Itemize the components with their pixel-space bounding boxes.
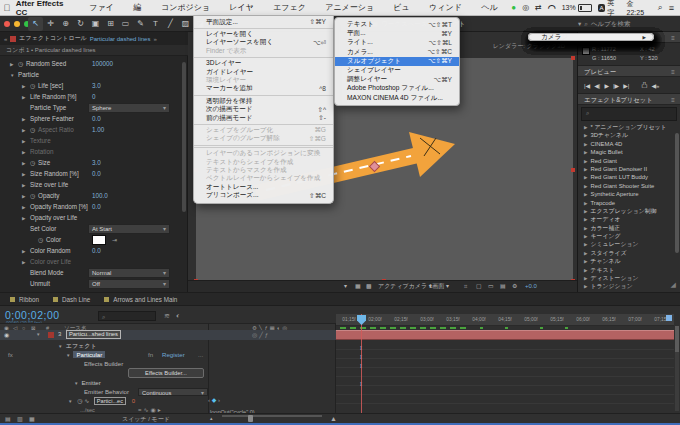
layer-color-swatch[interactable] xyxy=(48,332,54,338)
zoom-in-icon[interactable] xyxy=(330,415,337,422)
play-button[interactable] xyxy=(604,82,609,89)
audio-toggle-button[interactable] xyxy=(651,82,659,89)
camera-view-dropdown[interactable]: アクティブカメラ ▾ xyxy=(378,281,432,292)
menu-item[interactable]: 前の描画モード ⇧- ▶ xyxy=(194,114,333,122)
timeline-zoom-track[interactable] xyxy=(222,415,322,417)
settings-status-icon[interactable] xyxy=(522,3,529,12)
twirl-icon[interactable] xyxy=(22,148,30,155)
property-value[interactable]: 3.0 xyxy=(92,82,101,89)
twirl-icon[interactable] xyxy=(22,203,30,210)
layer-switches[interactable]: ◎╱ƒ xyxy=(252,331,270,338)
timeline-scrollbar[interactable] xyxy=(675,326,679,411)
submenu-item[interactable]: MAXON CINEMA 4D ファイル... xyxy=(335,94,459,103)
particles-property-name[interactable]: Partici...ec xyxy=(94,397,126,405)
effects-category-item[interactable]: トランジション xyxy=(578,282,680,290)
effect-property-row[interactable]: ◷ Opacity over Life ⇥ xyxy=(0,212,180,223)
menubar-item[interactable]: レイヤー xyxy=(223,0,267,16)
stopwatch-icon[interactable]: ◷ xyxy=(30,126,38,133)
emitter-group-row[interactable]: Emitter xyxy=(74,379,101,386)
motion-blur-enable-icon[interactable]: ◐ xyxy=(176,312,180,319)
keyframe-navigator[interactable]: ‹ ◆ › xyxy=(208,396,220,403)
stopwatch-icon[interactable] xyxy=(77,397,82,404)
property-value[interactable]: 3.0 xyxy=(92,159,101,166)
menubar-item[interactable]: アニメーション xyxy=(319,0,387,16)
twirl-icon[interactable] xyxy=(22,258,30,265)
view-layout-dropdown[interactable]: 1画面 ▾ xyxy=(429,281,449,292)
register-link[interactable]: Register xyxy=(162,351,185,358)
effects-category-item[interactable]: カラー補正 xyxy=(578,224,680,232)
effect-property-row[interactable]: ◷ Set Color At Start ⇥ xyxy=(0,223,180,234)
layer-twirl-icon[interactable] xyxy=(36,331,43,337)
effects-category-item[interactable]: Red Giant LUT Buddy xyxy=(578,173,680,181)
ram-preview-button[interactable] xyxy=(641,81,647,90)
property-value[interactable]: 100000 xyxy=(92,60,113,67)
twirl-icon[interactable] xyxy=(22,137,30,144)
snapshot-icon[interactable] xyxy=(476,281,482,292)
effects-category-item[interactable]: Red Giant Shooter Suite xyxy=(578,182,680,190)
particles-value[interactable]: 0 xyxy=(132,398,135,404)
eyedropper-icon[interactable]: ⇥ xyxy=(112,236,117,243)
effect-property-row[interactable]: ◷ Size over Life ⇥ xyxy=(0,179,180,190)
emitter-behavior-dropdown[interactable]: Continuous xyxy=(138,388,208,396)
twirl-icon[interactable] xyxy=(10,60,18,67)
magnification-dropdown[interactable]: ▾ xyxy=(344,281,347,292)
property-value[interactable]: 0 xyxy=(92,93,96,100)
twirl-icon[interactable] xyxy=(22,159,30,166)
last-frame-button[interactable] xyxy=(623,82,629,89)
effect-more-link[interactable]: ... xyxy=(198,351,203,358)
twirl-icon[interactable] xyxy=(22,93,30,100)
selection-handle[interactable] xyxy=(571,56,575,60)
close-window-button[interactable] xyxy=(4,21,10,27)
twirl-icon[interactable] xyxy=(68,397,75,404)
menu-item[interactable]: 平面設定... ⇧⌘Y ▶ xyxy=(194,18,333,26)
expand-transfer-controls-icon[interactable]: ▥ xyxy=(17,415,23,422)
effects-category-item[interactable]: テキスト xyxy=(578,266,680,274)
selection-handle[interactable] xyxy=(571,168,575,172)
renderer-value[interactable]: クラシック3D xyxy=(527,43,565,49)
effects-category-item[interactable]: ディストーション xyxy=(578,274,680,282)
effect-controls-tab[interactable]: エフェクトコントロール xyxy=(19,34,86,43)
first-frame-button[interactable] xyxy=(584,82,590,89)
twirl-icon[interactable] xyxy=(22,181,30,188)
type-tool[interactable] xyxy=(148,17,163,31)
effect-property-row[interactable]: ◷ Life [sec] 3.0 ⇥ xyxy=(0,80,180,91)
effect-property-row[interactable]: ◷ Opacity 100.0 ⇥ xyxy=(0,190,180,201)
layer-duration-bar[interactable] xyxy=(336,330,674,340)
effect-property-row[interactable]: ◷ Color ⇥ xyxy=(0,234,180,245)
work-area-end-marker[interactable] xyxy=(666,315,672,321)
effect-property-row[interactable]: ◷ Texture ⇥ xyxy=(0,135,180,146)
spotlight-search-icon[interactable] xyxy=(658,2,663,13)
effect-controls-scrollbar[interactable] xyxy=(182,62,186,212)
menubar-item[interactable]: 編集 xyxy=(127,0,155,16)
input-source-indicator[interactable]: A 英字 xyxy=(598,0,621,18)
submenu-item[interactable]: 調整レイヤー ⌥⌘Y xyxy=(335,75,459,84)
effect-property-row[interactable]: ◷ Random Seed 100000 ⇥ xyxy=(0,58,180,69)
previous-frame-button[interactable] xyxy=(594,82,600,89)
property-value[interactable]: At Start xyxy=(88,224,170,234)
next-frame-button[interactable] xyxy=(613,82,619,89)
effects-presets-scrollbar[interactable] xyxy=(675,133,679,253)
layer-eye-icon[interactable]: ◉ xyxy=(4,331,9,338)
renderer-selector[interactable]: レンダラー: クラシック3D xyxy=(493,42,565,51)
menubar-item[interactable]: ヘルプ xyxy=(475,0,511,16)
clone-stamp-tool[interactable] xyxy=(178,17,193,31)
preview-panel-header[interactable]: プレビュー xyxy=(578,66,680,77)
time-ruler[interactable]: 01;15f02;00f02;15f03;00f03;15f04;00f04;1… xyxy=(336,314,674,326)
property-value[interactable]: 0.0 xyxy=(92,115,101,122)
mask-visibility-icon[interactable] xyxy=(366,281,372,292)
submenu-item[interactable]: Adobe Photoshop ファイル... xyxy=(335,84,459,93)
particular-effect-row[interactable]: Particular xyxy=(66,351,105,358)
shape-tool[interactable] xyxy=(118,17,133,31)
pan-behind-tool[interactable] xyxy=(103,17,118,31)
rotate-tool[interactable] xyxy=(73,17,88,31)
composition-mini-flowchart-icon[interactable]: ≋ xyxy=(164,312,170,320)
brush-tool[interactable] xyxy=(163,17,178,31)
app-menu-title[interactable]: After Effects CC xyxy=(16,0,76,17)
comp-tab[interactable]: Arrows and Lines Main xyxy=(104,296,177,303)
panel-chevron-left-icon[interactable] xyxy=(4,36,7,42)
layer-name[interactable]: Particu...shed lines xyxy=(66,330,121,339)
graph-editor-icon[interactable] xyxy=(84,397,89,404)
twirl-icon[interactable] xyxy=(22,170,30,177)
property-value[interactable]: Off xyxy=(88,279,170,289)
fast-previews-icon[interactable] xyxy=(500,281,506,292)
